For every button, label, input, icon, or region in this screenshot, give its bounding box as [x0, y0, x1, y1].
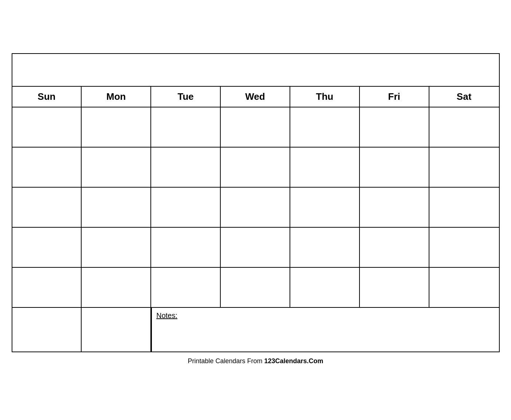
week-row-1	[12, 107, 499, 148]
week4-thu[interactable]	[290, 228, 360, 267]
notes-label: Notes:	[156, 311, 177, 319]
notes-row-sun[interactable]	[12, 308, 82, 352]
week5-sun[interactable]	[12, 268, 82, 307]
header-wed: Wed	[221, 87, 290, 107]
week-row-3	[12, 188, 499, 228]
calendar-week-rows: Notes:	[12, 107, 499, 352]
week2-tue[interactable]	[151, 148, 221, 187]
footer: Printable Calendars From 123Calendars.Co…	[188, 352, 323, 367]
notes-section[interactable]: Notes:	[151, 308, 499, 352]
calendar-grid: Sun Mon Tue Wed Thu Fri Sat	[12, 87, 499, 352]
week5-thu[interactable]	[290, 268, 360, 307]
header-mon: Mon	[82, 87, 151, 107]
week-row-4	[12, 228, 499, 268]
calendar-header-row: Sun Mon Tue Wed Thu Fri Sat	[12, 87, 499, 107]
header-sat: Sat	[429, 87, 499, 107]
header-sun: Sun	[12, 87, 82, 107]
week2-wed[interactable]	[221, 148, 290, 187]
week4-sun[interactable]	[12, 228, 82, 267]
week5-mon[interactable]	[82, 268, 151, 307]
week3-fri[interactable]	[360, 188, 429, 227]
week4-sat[interactable]	[429, 228, 499, 267]
footer-text-normal: Printable Calendars From	[188, 357, 264, 365]
week4-tue[interactable]	[151, 228, 221, 267]
week1-sat[interactable]	[429, 107, 499, 147]
week2-mon[interactable]	[82, 148, 151, 187]
week5-wed[interactable]	[221, 268, 290, 307]
week3-sun[interactable]	[12, 188, 82, 227]
week1-wed[interactable]	[221, 107, 290, 147]
notes-row: Notes:	[12, 308, 499, 352]
week1-mon[interactable]	[82, 107, 151, 147]
week1-tue[interactable]	[151, 107, 221, 147]
week3-tue[interactable]	[151, 188, 221, 227]
week3-mon[interactable]	[82, 188, 151, 227]
week1-fri[interactable]	[360, 107, 429, 147]
header-fri: Fri	[360, 87, 429, 107]
week5-tue[interactable]	[151, 268, 221, 307]
week2-sun[interactable]	[12, 148, 82, 187]
week3-thu[interactable]	[290, 188, 360, 227]
week5-sat[interactable]	[429, 268, 499, 307]
calendar-title-row	[12, 54, 499, 87]
footer-text-bold: 123Calendars.Com	[264, 357, 323, 365]
week4-fri[interactable]	[360, 228, 429, 267]
calendar-container: Sun Mon Tue Wed Thu Fri Sat	[12, 53, 500, 352]
week4-wed[interactable]	[221, 228, 290, 267]
week3-wed[interactable]	[221, 188, 290, 227]
week2-sat[interactable]	[429, 148, 499, 187]
week3-sat[interactable]	[429, 188, 499, 227]
week2-thu[interactable]	[290, 148, 360, 187]
header-thu: Thu	[290, 87, 360, 107]
week2-fri[interactable]	[360, 148, 429, 187]
week5-fri[interactable]	[360, 268, 429, 307]
header-tue: Tue	[151, 87, 221, 107]
week1-sun[interactable]	[12, 107, 82, 147]
week-row-5	[12, 268, 499, 308]
notes-row-mon[interactable]	[82, 308, 151, 352]
week-row-2	[12, 148, 499, 188]
week4-mon[interactable]	[82, 228, 151, 267]
week1-thu[interactable]	[290, 107, 360, 147]
